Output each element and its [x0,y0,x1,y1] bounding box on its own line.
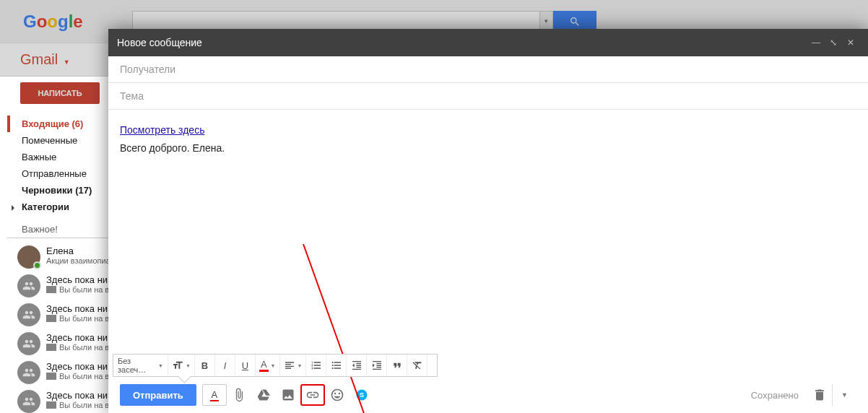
avatar [17,332,40,355]
more-options-button[interactable]: ▼ [832,384,856,406]
subject-field[interactable]: Тема [108,83,868,110]
close-icon[interactable]: ✕ [842,38,859,48]
align-left-icon [284,360,295,371]
avatar [17,274,40,297]
skype-icon: S [355,388,369,402]
avatar [17,361,40,384]
underline-button[interactable]: U [235,355,256,376]
compose-button[interactable]: НАПИСАТЬ [20,82,100,104]
compose-header[interactable]: Новое сообщение — ⤡ ✕ [108,29,868,56]
camera-icon [46,315,56,322]
indent-less-button[interactable] [347,355,367,376]
image-icon [281,388,295,402]
compose-window: Новое сообщение — ⤡ ✕ Получатели Тема По… [108,29,868,413]
avatar [17,245,40,269]
indent-more-button[interactable] [367,355,387,376]
camera-icon [46,286,56,293]
google-logo: Google [23,12,83,32]
bulleted-list-button[interactable] [326,355,347,376]
insert-emoji-button[interactable] [325,384,350,406]
list-bullet-icon [331,360,342,371]
compose-title: Новое сообщение [117,37,202,48]
clear-format-icon [412,360,423,371]
saved-status: Сохранено [751,390,799,401]
insert-drive-button[interactable] [251,384,276,406]
emoji-icon [330,388,344,402]
body-text: Всего доброго. Елена. [120,142,225,154]
trash-icon [812,388,827,402]
numbered-list-button[interactable] [306,355,326,376]
drive-icon [256,388,271,402]
text-color-button[interactable]: A▼ [256,355,280,376]
remove-format-button[interactable] [407,355,428,376]
insert-link-button[interactable] [300,384,325,406]
italic-button[interactable]: I [215,355,235,376]
align-button[interactable]: ▼ [280,355,307,376]
minimize-icon[interactable]: — [807,38,825,48]
formatting-toggle-button[interactable]: A [202,384,227,406]
avatar [17,390,40,413]
paperclip-icon [232,388,246,402]
presence-dot [33,261,41,269]
restore-icon[interactable]: ⤡ [825,38,842,48]
svg-text:S: S [360,391,364,399]
camera-icon [46,344,56,351]
text-size-icon [172,360,183,371]
font-size-button[interactable]: ▼ [168,355,195,376]
body-link[interactable]: Посмотреть здесь [120,124,204,136]
font-family-select[interactable]: Без засеч…▼ [113,355,168,376]
gmail-logo[interactable]: Gmail ▼ [20,51,70,68]
bold-button[interactable]: B [195,355,215,376]
search-icon [569,16,581,27]
skype-button[interactable]: S [350,384,374,406]
indent-decrease-icon [351,360,363,371]
insert-photo-button[interactable] [276,384,300,406]
list-ordered-icon [311,360,322,371]
format-toolbar: Без засеч…▼ ▼ B I U A▼ ▼ [113,354,438,377]
link-icon [305,388,320,402]
compose-bottom-bar: Отправить A S Сохранено ▼ [108,377,868,413]
discard-draft-button[interactable] [807,384,832,406]
attach-file-button[interactable] [227,384,251,406]
quote-icon [391,360,403,371]
recipients-field[interactable]: Получатели [108,56,868,83]
send-button[interactable]: Отправить [120,384,196,406]
camera-icon [46,373,56,380]
indent-increase-icon [371,360,383,371]
quote-button[interactable] [387,355,407,376]
compose-body[interactable]: Посмотреть здесь Всего доброго. Елена. [108,110,868,354]
camera-icon [46,401,56,409]
avatar [17,303,40,326]
